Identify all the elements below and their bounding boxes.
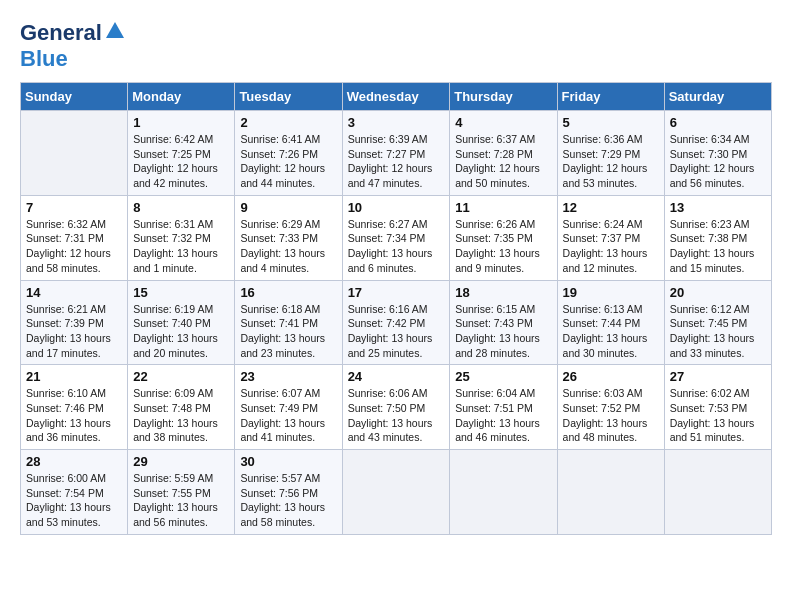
day-info: Sunrise: 6:19 AM Sunset: 7:40 PM Dayligh…	[133, 302, 229, 361]
day-info: Sunrise: 5:57 AM Sunset: 7:56 PM Dayligh…	[240, 471, 336, 530]
calendar-header: SundayMondayTuesdayWednesdayThursdayFrid…	[21, 83, 772, 111]
column-header-tuesday: Tuesday	[235, 83, 342, 111]
column-header-saturday: Saturday	[664, 83, 771, 111]
calendar-table: SundayMondayTuesdayWednesdayThursdayFrid…	[20, 82, 772, 535]
day-number: 27	[670, 369, 766, 384]
calendar-cell: 25Sunrise: 6:04 AM Sunset: 7:51 PM Dayli…	[450, 365, 557, 450]
day-number: 21	[26, 369, 122, 384]
calendar-cell: 3Sunrise: 6:39 AM Sunset: 7:27 PM Daylig…	[342, 111, 450, 196]
calendar-cell: 14Sunrise: 6:21 AM Sunset: 7:39 PM Dayli…	[21, 280, 128, 365]
day-info: Sunrise: 6:26 AM Sunset: 7:35 PM Dayligh…	[455, 217, 551, 276]
column-header-thursday: Thursday	[450, 83, 557, 111]
day-number: 1	[133, 115, 229, 130]
day-info: Sunrise: 6:42 AM Sunset: 7:25 PM Dayligh…	[133, 132, 229, 191]
day-number: 16	[240, 285, 336, 300]
day-number: 3	[348, 115, 445, 130]
day-number: 8	[133, 200, 229, 215]
day-info: Sunrise: 6:07 AM Sunset: 7:49 PM Dayligh…	[240, 386, 336, 445]
calendar-cell: 9Sunrise: 6:29 AM Sunset: 7:33 PM Daylig…	[235, 195, 342, 280]
day-info: Sunrise: 6:10 AM Sunset: 7:46 PM Dayligh…	[26, 386, 122, 445]
calendar-cell: 28Sunrise: 6:00 AM Sunset: 7:54 PM Dayli…	[21, 450, 128, 535]
column-header-wednesday: Wednesday	[342, 83, 450, 111]
svg-marker-0	[106, 22, 124, 38]
day-info: Sunrise: 6:04 AM Sunset: 7:51 PM Dayligh…	[455, 386, 551, 445]
calendar-cell: 30Sunrise: 5:57 AM Sunset: 7:56 PM Dayli…	[235, 450, 342, 535]
calendar-cell: 16Sunrise: 6:18 AM Sunset: 7:41 PM Dayli…	[235, 280, 342, 365]
calendar-cell: 26Sunrise: 6:03 AM Sunset: 7:52 PM Dayli…	[557, 365, 664, 450]
calendar-cell: 18Sunrise: 6:15 AM Sunset: 7:43 PM Dayli…	[450, 280, 557, 365]
day-number: 20	[670, 285, 766, 300]
day-number: 7	[26, 200, 122, 215]
day-info: Sunrise: 6:13 AM Sunset: 7:44 PM Dayligh…	[563, 302, 659, 361]
day-info: Sunrise: 6:32 AM Sunset: 7:31 PM Dayligh…	[26, 217, 122, 276]
day-info: Sunrise: 6:06 AM Sunset: 7:50 PM Dayligh…	[348, 386, 445, 445]
calendar-cell: 1Sunrise: 6:42 AM Sunset: 7:25 PM Daylig…	[128, 111, 235, 196]
day-info: Sunrise: 6:00 AM Sunset: 7:54 PM Dayligh…	[26, 471, 122, 530]
calendar-cell: 15Sunrise: 6:19 AM Sunset: 7:40 PM Dayli…	[128, 280, 235, 365]
calendar-cell: 4Sunrise: 6:37 AM Sunset: 7:28 PM Daylig…	[450, 111, 557, 196]
calendar-cell: 6Sunrise: 6:34 AM Sunset: 7:30 PM Daylig…	[664, 111, 771, 196]
day-info: Sunrise: 6:09 AM Sunset: 7:48 PM Dayligh…	[133, 386, 229, 445]
day-info: Sunrise: 6:41 AM Sunset: 7:26 PM Dayligh…	[240, 132, 336, 191]
calendar-week-5: 28Sunrise: 6:00 AM Sunset: 7:54 PM Dayli…	[21, 450, 772, 535]
logo: General Blue	[20, 20, 126, 72]
calendar-cell: 19Sunrise: 6:13 AM Sunset: 7:44 PM Dayli…	[557, 280, 664, 365]
day-number: 12	[563, 200, 659, 215]
day-info: Sunrise: 6:02 AM Sunset: 7:53 PM Dayligh…	[670, 386, 766, 445]
day-info: Sunrise: 5:59 AM Sunset: 7:55 PM Dayligh…	[133, 471, 229, 530]
column-header-friday: Friday	[557, 83, 664, 111]
column-header-monday: Monday	[128, 83, 235, 111]
day-number: 22	[133, 369, 229, 384]
day-number: 9	[240, 200, 336, 215]
calendar-week-2: 7Sunrise: 6:32 AM Sunset: 7:31 PM Daylig…	[21, 195, 772, 280]
day-number: 26	[563, 369, 659, 384]
calendar-cell: 10Sunrise: 6:27 AM Sunset: 7:34 PM Dayli…	[342, 195, 450, 280]
calendar-cell: 23Sunrise: 6:07 AM Sunset: 7:49 PM Dayli…	[235, 365, 342, 450]
day-number: 14	[26, 285, 122, 300]
calendar-week-4: 21Sunrise: 6:10 AM Sunset: 7:46 PM Dayli…	[21, 365, 772, 450]
calendar-cell: 12Sunrise: 6:24 AM Sunset: 7:37 PM Dayli…	[557, 195, 664, 280]
calendar-cell	[342, 450, 450, 535]
calendar-cell: 21Sunrise: 6:10 AM Sunset: 7:46 PM Dayli…	[21, 365, 128, 450]
day-number: 29	[133, 454, 229, 469]
day-info: Sunrise: 6:18 AM Sunset: 7:41 PM Dayligh…	[240, 302, 336, 361]
day-number: 6	[670, 115, 766, 130]
day-number: 5	[563, 115, 659, 130]
day-info: Sunrise: 6:21 AM Sunset: 7:39 PM Dayligh…	[26, 302, 122, 361]
logo-blue-text: Blue	[20, 46, 68, 71]
day-number: 11	[455, 200, 551, 215]
day-info: Sunrise: 6:15 AM Sunset: 7:43 PM Dayligh…	[455, 302, 551, 361]
day-info: Sunrise: 6:03 AM Sunset: 7:52 PM Dayligh…	[563, 386, 659, 445]
day-number: 30	[240, 454, 336, 469]
day-number: 19	[563, 285, 659, 300]
calendar-cell: 27Sunrise: 6:02 AM Sunset: 7:53 PM Dayli…	[664, 365, 771, 450]
day-number: 4	[455, 115, 551, 130]
calendar-cell: 24Sunrise: 6:06 AM Sunset: 7:50 PM Dayli…	[342, 365, 450, 450]
calendar-cell: 20Sunrise: 6:12 AM Sunset: 7:45 PM Dayli…	[664, 280, 771, 365]
day-info: Sunrise: 6:36 AM Sunset: 7:29 PM Dayligh…	[563, 132, 659, 191]
day-number: 10	[348, 200, 445, 215]
day-info: Sunrise: 6:23 AM Sunset: 7:38 PM Dayligh…	[670, 217, 766, 276]
logo-icon	[104, 20, 126, 42]
column-header-sunday: Sunday	[21, 83, 128, 111]
day-info: Sunrise: 6:39 AM Sunset: 7:27 PM Dayligh…	[348, 132, 445, 191]
day-number: 25	[455, 369, 551, 384]
calendar-cell: 11Sunrise: 6:26 AM Sunset: 7:35 PM Dayli…	[450, 195, 557, 280]
calendar-cell: 7Sunrise: 6:32 AM Sunset: 7:31 PM Daylig…	[21, 195, 128, 280]
day-number: 18	[455, 285, 551, 300]
calendar-cell	[557, 450, 664, 535]
day-number: 17	[348, 285, 445, 300]
day-number: 23	[240, 369, 336, 384]
calendar-cell: 8Sunrise: 6:31 AM Sunset: 7:32 PM Daylig…	[128, 195, 235, 280]
day-info: Sunrise: 6:31 AM Sunset: 7:32 PM Dayligh…	[133, 217, 229, 276]
day-info: Sunrise: 6:27 AM Sunset: 7:34 PM Dayligh…	[348, 217, 445, 276]
header-row: SundayMondayTuesdayWednesdayThursdayFrid…	[21, 83, 772, 111]
logo-general-text: General	[20, 20, 102, 46]
calendar-cell: 2Sunrise: 6:41 AM Sunset: 7:26 PM Daylig…	[235, 111, 342, 196]
day-info: Sunrise: 6:29 AM Sunset: 7:33 PM Dayligh…	[240, 217, 336, 276]
calendar-cell: 13Sunrise: 6:23 AM Sunset: 7:38 PM Dayli…	[664, 195, 771, 280]
day-number: 24	[348, 369, 445, 384]
calendar-cell: 5Sunrise: 6:36 AM Sunset: 7:29 PM Daylig…	[557, 111, 664, 196]
day-info: Sunrise: 6:24 AM Sunset: 7:37 PM Dayligh…	[563, 217, 659, 276]
day-info: Sunrise: 6:37 AM Sunset: 7:28 PM Dayligh…	[455, 132, 551, 191]
